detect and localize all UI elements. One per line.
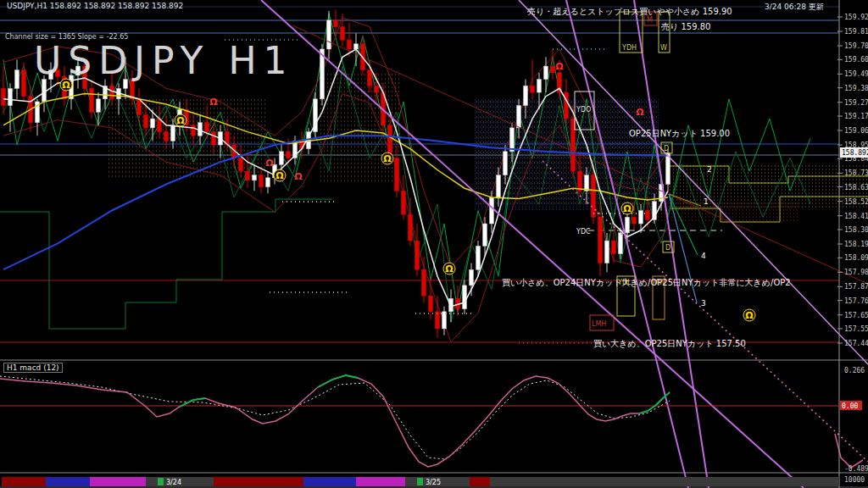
svg-text:158.195: 158.195 (844, 241, 868, 248)
svg-text:157.440: 157.440 (844, 340, 868, 347)
svg-text:3/24: 3/24 (166, 479, 181, 486)
svg-text:4: 4 (701, 252, 706, 260)
svg-text:W: W (660, 44, 667, 52)
update-timestamp: 3/24 06:28 更新 (765, 2, 824, 13)
symbol-ohlc-readout: USDJPY,H1 158.892 158.892 158.892 158.89… (7, 2, 183, 10)
trading-chart-window: YDHMWYDODDYDLMWLMHΩΩΩΩΩΩΩΩΩΩΩΩ1234YDC159… (0, 0, 868, 488)
svg-text:157.655: 157.655 (844, 312, 868, 319)
svg-text:158.090: 158.090 (844, 254, 868, 262)
svg-text:0.00: 0.00 (842, 402, 858, 410)
svg-text:159.600: 159.600 (844, 56, 868, 64)
svg-text:YDC: YDC (576, 228, 591, 236)
session-bar: 3/243/25 (2, 477, 839, 486)
svg-text:157.550: 157.550 (844, 325, 868, 333)
svg-text:3/25: 3/25 (426, 479, 441, 486)
svg-text:D: D (665, 244, 670, 252)
svg-text:159.705: 159.705 (844, 42, 868, 50)
price-axis: 159.925159.815159.705159.600159.490159.3… (837, 0, 868, 488)
svg-text:159.385: 159.385 (844, 85, 868, 92)
svg-text:Ω: Ω (636, 107, 644, 118)
svg-text:158.520: 158.520 (844, 198, 868, 206)
svg-text:159.490: 159.490 (844, 70, 868, 78)
svg-text:Ω: Ω (623, 203, 632, 214)
svg-text:158.410: 158.410 (844, 213, 868, 220)
indicator-label: H1 macd (12) (3, 363, 63, 373)
svg-text:0.266: 0.266 (844, 367, 865, 374)
note-sell-stop: 売り・超えるとストップロス買いやや小さめ 159.90 (527, 6, 732, 18)
note-buy-large: 買い大きめ、OP25日NYカット 157.50 (593, 338, 746, 350)
watermark: USDJPY H1 (34, 39, 294, 82)
svg-text:Ω: Ω (209, 97, 218, 108)
svg-text:-0.489: -0.489 (844, 465, 868, 473)
note-buy-small: 買い小さめ、OP24日NYカット大きめ/OP25日NYカット非常に大きめ/OP2 (502, 277, 791, 289)
svg-text:157.765: 157.765 (844, 297, 868, 305)
svg-text:158.305: 158.305 (844, 226, 868, 234)
svg-text:158.630: 158.630 (844, 184, 868, 191)
svg-text:Ω: Ω (445, 263, 453, 274)
svg-text:Ω: Ω (265, 158, 274, 169)
macd-panel: 0.266-0.489100000.00 (0, 367, 868, 484)
svg-text:Ω: Ω (555, 61, 564, 72)
svg-text:YDO: YDO (576, 106, 591, 114)
svg-text:157.980: 157.980 (844, 269, 868, 276)
svg-text:159.925: 159.925 (844, 14, 868, 21)
svg-text:159.815: 159.815 (844, 28, 868, 36)
svg-text:Ω: Ω (745, 310, 754, 321)
svg-text:YDH: YDH (621, 44, 637, 52)
svg-text:3: 3 (701, 299, 706, 308)
svg-text:158.735: 158.735 (844, 169, 868, 177)
svg-text:159.060: 159.060 (844, 127, 868, 135)
svg-text:Ω: Ω (294, 171, 303, 182)
note-sell: 売り 159.80 (661, 21, 710, 33)
svg-text:159.170: 159.170 (844, 113, 868, 120)
svg-text:1: 1 (704, 197, 709, 206)
svg-text:159.275: 159.275 (844, 99, 868, 107)
svg-text:Ω: Ω (275, 170, 284, 181)
svg-text:158.892: 158.892 (842, 149, 868, 157)
svg-text:10000: 10000 (844, 476, 865, 484)
note-op-ny-cut: OP25日NYカット 159.00 (629, 128, 730, 140)
svg-text:Ω: Ω (383, 153, 392, 164)
svg-text:157.870: 157.870 (844, 283, 868, 291)
svg-text:2: 2 (707, 165, 712, 174)
svg-text:LMH: LMH (592, 320, 606, 328)
svg-text:Ω: Ω (176, 115, 185, 126)
svg-text:D: D (664, 145, 669, 152)
